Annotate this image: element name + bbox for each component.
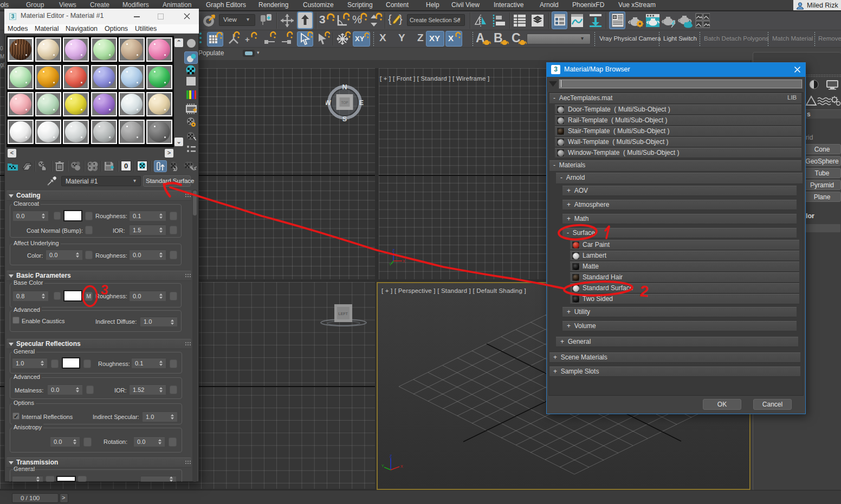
svg-text:3: 3: [100, 282, 109, 297]
svg-text:2: 2: [639, 282, 649, 300]
